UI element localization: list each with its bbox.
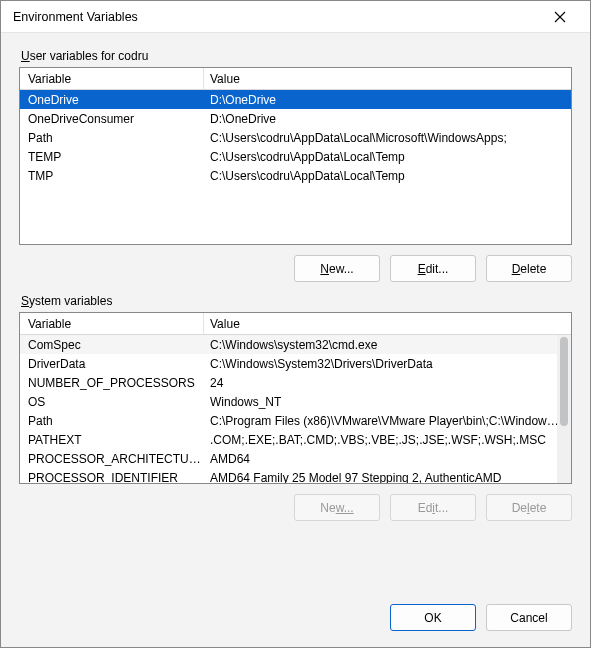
- ok-button[interactable]: OK: [390, 604, 476, 631]
- system-new-button: New...: [294, 494, 380, 521]
- table-row[interactable]: PATHEXT.COM;.EXE;.BAT;.CMD;.VBS;.VBE;.JS…: [20, 430, 571, 449]
- cell-value: C:\Windows\System32\Drivers\DriverData: [204, 357, 571, 371]
- cell-variable: OS: [20, 395, 204, 409]
- close-icon: [554, 11, 566, 23]
- system-variables-list[interactable]: Variable Value ComSpecC:\Windows\system3…: [19, 312, 572, 484]
- user-buttons: New... Edit... Delete: [19, 255, 572, 282]
- system-column-value[interactable]: Value: [204, 313, 571, 334]
- user-new-button[interactable]: New...: [294, 255, 380, 282]
- cell-value: C:\Users\codru\AppData\Local\Temp: [204, 150, 571, 164]
- table-row[interactable]: TMPC:\Users\codru\AppData\Local\Temp: [20, 166, 571, 185]
- cell-variable: OneDrive: [20, 93, 204, 107]
- user-variables-label: User variables for codru: [19, 49, 572, 63]
- table-row[interactable]: ComSpecC:\Windows\system32\cmd.exe: [20, 335, 571, 354]
- system-delete-button: Delete: [486, 494, 572, 521]
- cell-value: D:\OneDrive: [204, 93, 571, 107]
- user-list-body: OneDriveD:\OneDriveOneDriveConsumerD:\On…: [20, 90, 571, 244]
- user-variables-group: User variables for codru Variable Value …: [19, 49, 572, 282]
- user-variables-list[interactable]: Variable Value OneDriveD:\OneDriveOneDri…: [19, 67, 572, 245]
- cell-variable: OneDriveConsumer: [20, 112, 204, 126]
- close-button[interactable]: [540, 2, 580, 32]
- user-variables-accelerator: U: [21, 49, 30, 63]
- table-row[interactable]: OneDriveConsumerD:\OneDrive: [20, 109, 571, 128]
- cell-variable: TMP: [20, 169, 204, 183]
- system-variables-group: System variables Variable Value ComSpecC…: [19, 294, 572, 521]
- environment-variables-dialog: Environment Variables User variables for…: [0, 0, 591, 648]
- cell-value: C:\Windows\system32\cmd.exe: [204, 338, 571, 352]
- dialog-footer: OK Cancel: [1, 590, 590, 647]
- user-list-header[interactable]: Variable Value: [20, 68, 571, 90]
- scrollbar-thumb[interactable]: [560, 337, 568, 426]
- table-row[interactable]: PathC:\Program Files (x86)\VMware\VMware…: [20, 411, 571, 430]
- cell-value: C:\Users\codru\AppData\Local\Microsoft\W…: [204, 131, 571, 145]
- cell-value: D:\OneDrive: [204, 112, 571, 126]
- table-row[interactable]: TEMPC:\Users\codru\AppData\Local\Temp: [20, 147, 571, 166]
- system-list-scrollbar[interactable]: [557, 335, 571, 483]
- cell-variable: ComSpec: [20, 338, 204, 352]
- window-title: Environment Variables: [13, 10, 540, 24]
- table-row[interactable]: OSWindows_NT: [20, 392, 571, 411]
- user-column-value[interactable]: Value: [204, 68, 571, 89]
- cell-variable: DriverData: [20, 357, 204, 371]
- system-edit-button: Edit...: [390, 494, 476, 521]
- cell-variable: TEMP: [20, 150, 204, 164]
- user-column-variable[interactable]: Variable: [20, 68, 204, 89]
- cell-value: C:\Users\codru\AppData\Local\Temp: [204, 169, 571, 183]
- cancel-button[interactable]: Cancel: [486, 604, 572, 631]
- table-row[interactable]: PROCESSOR_ARCHITECTUREAMD64: [20, 449, 571, 468]
- user-delete-button[interactable]: Delete: [486, 255, 572, 282]
- table-row[interactable]: DriverDataC:\Windows\System32\Drivers\Dr…: [20, 354, 571, 373]
- cell-variable: Path: [20, 414, 204, 428]
- system-list-header[interactable]: Variable Value: [20, 313, 571, 335]
- table-row[interactable]: PathC:\Users\codru\AppData\Local\Microso…: [20, 128, 571, 147]
- cell-value: .COM;.EXE;.BAT;.CMD;.VBS;.VBE;.JS;.JSE;.…: [204, 433, 571, 447]
- user-edit-button[interactable]: Edit...: [390, 255, 476, 282]
- cell-value: 24: [204, 376, 571, 390]
- table-row[interactable]: OneDriveD:\OneDrive: [20, 90, 571, 109]
- system-variables-accelerator: S: [21, 294, 29, 308]
- cell-variable: PATHEXT: [20, 433, 204, 447]
- system-buttons: New... Edit... Delete: [19, 494, 572, 521]
- cell-value: C:\Program Files (x86)\VMware\VMware Pla…: [204, 414, 571, 428]
- system-variables-label: System variables: [19, 294, 572, 308]
- system-column-variable[interactable]: Variable: [20, 313, 204, 334]
- cell-variable: Path: [20, 131, 204, 145]
- cell-variable: PROCESSOR_IDENTIFIER: [20, 471, 204, 484]
- dialog-content: User variables for codru Variable Value …: [1, 33, 590, 590]
- table-row[interactable]: NUMBER_OF_PROCESSORS24: [20, 373, 571, 392]
- cell-variable: NUMBER_OF_PROCESSORS: [20, 376, 204, 390]
- cell-value: Windows_NT: [204, 395, 571, 409]
- titlebar: Environment Variables: [1, 1, 590, 33]
- system-list-body: ComSpecC:\Windows\system32\cmd.exeDriver…: [20, 335, 571, 483]
- cell-variable: PROCESSOR_ARCHITECTURE: [20, 452, 204, 466]
- cell-value: AMD64 Family 25 Model 97 Stepping 2, Aut…: [204, 471, 571, 484]
- table-row[interactable]: PROCESSOR_IDENTIFIERAMD64 Family 25 Mode…: [20, 468, 571, 483]
- cell-value: AMD64: [204, 452, 571, 466]
